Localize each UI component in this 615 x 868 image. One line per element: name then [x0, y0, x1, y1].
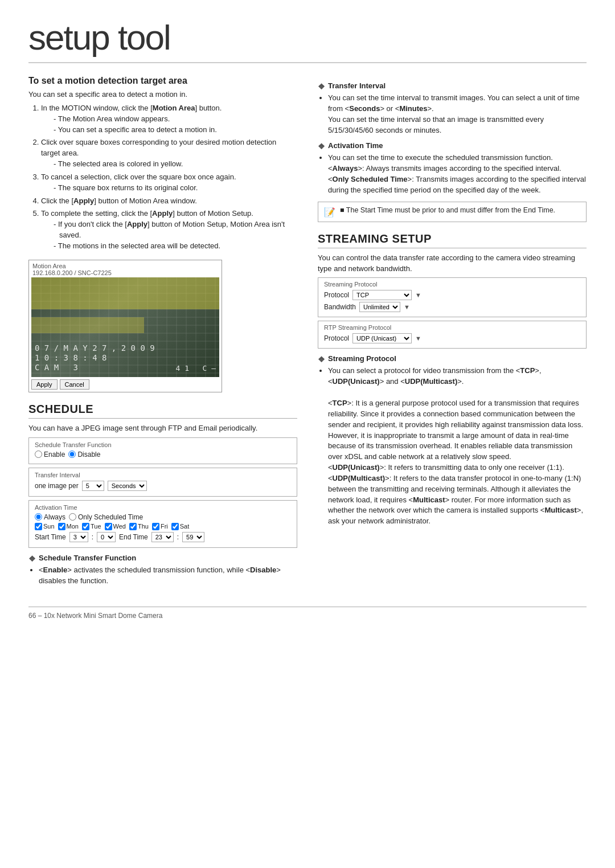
- wed-checkbox[interactable]: [105, 523, 112, 530]
- end-min-select[interactable]: 59: [182, 532, 204, 542]
- bandwidth-select[interactable]: Unlimited: [359, 302, 400, 312]
- streaming-protocol-desc-header: ❖ Streaming Protocol: [318, 354, 587, 364]
- streaming-heading: STREAMING SETUP: [318, 232, 587, 248]
- streaming-protocol-bullets: You can select a protocol for video tran…: [328, 366, 587, 527]
- left-column: To set a motion detection target area Yo…: [28, 76, 297, 589]
- rtp-protocol-row: Protocol UDP (Unicast)TCPUDP (Multicast)…: [324, 333, 580, 343]
- motion-steps-list: In the MOTION window, click the [Motion …: [41, 103, 297, 252]
- thu-checkbox-label[interactable]: Thu: [129, 523, 149, 530]
- start-min-select[interactable]: 0: [97, 532, 116, 542]
- activation-always-row: Always Only Scheduled Time: [35, 513, 291, 521]
- transfer-interval-row: one image per 515304560 SecondsMinutes: [35, 481, 291, 491]
- always-radio[interactable]: [35, 513, 42, 521]
- mon-checkbox[interactable]: [58, 523, 65, 530]
- motion-area-image: 0 7 / M A Y 2 7 , 2 0 0 9 1 0 : 3 8 : 4 …: [31, 277, 219, 377]
- schedule-transfer-function-title: Schedule Transfer Function: [35, 441, 291, 448]
- rtp-dropdown-icon: ▼: [415, 335, 421, 342]
- cancel-button[interactable]: Cancel: [60, 379, 89, 390]
- disable-radio-label[interactable]: Disable: [68, 451, 100, 458]
- transfer-interval-box-title: Transfer Interval: [35, 472, 291, 478]
- rtp-protocol-label: Protocol: [324, 334, 349, 342]
- motion-step-1: In the MOTION window, click the [Motion …: [41, 103, 297, 136]
- transfer-interval-bullets: You can set the time interval to transmi…: [328, 93, 587, 136]
- streaming-protocol-box-title: Streaming Protocol: [324, 281, 580, 288]
- motion-step-2: Click over square boxes corresponding to…: [41, 137, 297, 170]
- tue-checkbox[interactable]: [82, 523, 89, 530]
- activation-time-header: ❖ Activation Time: [318, 141, 587, 151]
- motion-step-3: To cancel a selection, click over the sq…: [41, 172, 297, 194]
- activation-time-box-title: Activation Time: [35, 504, 291, 511]
- motion-area-box: Motion Area 192.168.0.200 / SNC-C7225: [28, 260, 222, 392]
- transfer-interval-header: ❖ Transfer Interval: [318, 81, 587, 91]
- always-radio-label[interactable]: Always: [35, 513, 65, 521]
- streaming-protocol-bullet-1: You can select a protocol for video tran…: [328, 366, 587, 527]
- fri-checkbox-label[interactable]: Fri: [152, 523, 168, 530]
- apply-button[interactable]: Apply: [31, 379, 58, 390]
- time-row: Start Time 3 : 0 End Time 23 : 59: [35, 532, 291, 542]
- sat-checkbox[interactable]: [171, 523, 179, 530]
- schedule-enable-disable-row: Enable Disable: [35, 451, 291, 458]
- mon-checkbox-label[interactable]: Mon: [58, 523, 79, 530]
- transfer-interval-text: one image per: [35, 482, 79, 490]
- motion-intro: You can set a specific area to detect a …: [28, 89, 297, 100]
- transfer-interval-bullet-1: You can set the time interval to transmi…: [328, 93, 587, 136]
- end-time-label: End Time: [119, 533, 148, 541]
- schedule-heading: SCHEDULE: [28, 403, 297, 419]
- wed-checkbox-label[interactable]: Wed: [105, 523, 126, 530]
- schedule-transfer-function-header: ❖ Schedule Transfer Function: [28, 554, 297, 563]
- interval-num-select[interactable]: 515304560: [82, 481, 104, 491]
- note-box: 📝 ■ The Start Time must be prior to and …: [318, 202, 587, 222]
- rtp-protocol-box: RTP Streaming Protocol Protocol UDP (Uni…: [318, 321, 587, 349]
- sun-checkbox[interactable]: [35, 523, 42, 530]
- schedule-transfer-bullets: <Enable> activates the scheduled transmi…: [39, 565, 297, 587]
- schedule-transfer-bullet: <Enable> activates the scheduled transmi…: [39, 565, 297, 587]
- schedule-transfer-function-box: Schedule Transfer Function Enable Disabl…: [28, 437, 297, 464]
- protocol-row: Protocol TCPUDP (Unicast)UDP (Multicast)…: [324, 290, 580, 300]
- start-hour-select[interactable]: 3: [69, 532, 88, 542]
- transfer-interval-box: Transfer Interval one image per 51530456…: [28, 468, 297, 497]
- schedule-intro: You can have a JPEG image sent through F…: [28, 423, 297, 434]
- sun-checkbox-label[interactable]: Sun: [35, 523, 55, 530]
- page-title: setup tool: [28, 17, 587, 63]
- enable-radio[interactable]: [35, 451, 42, 458]
- rtp-protocol-select[interactable]: UDP (Unicast)TCPUDP (Multicast): [352, 333, 412, 343]
- footer: 66 – 10x Network Mini Smart Dome Camera: [28, 607, 587, 620]
- only-scheduled-radio[interactable]: [69, 513, 76, 521]
- thu-checkbox[interactable]: [129, 523, 137, 530]
- sat-checkbox-label[interactable]: Sat: [171, 523, 190, 530]
- fri-checkbox[interactable]: [152, 523, 159, 530]
- bandwidth-label: Bandwidth: [324, 303, 356, 311]
- bandwidth-dropdown-icon: ▼: [404, 304, 410, 310]
- streaming-intro: You can control the data transfer rate a…: [318, 253, 587, 275]
- motion-section-heading: To set a motion detection target area: [28, 76, 297, 86]
- motion-area-buttons: Apply Cancel: [31, 379, 219, 390]
- only-scheduled-radio-label[interactable]: Only Scheduled Time: [69, 513, 143, 521]
- disable-radio[interactable]: [68, 451, 76, 458]
- streaming-protocol-box: Streaming Protocol Protocol TCPUDP (Unic…: [318, 277, 587, 317]
- activation-time-box: Activation Time Always Only Scheduled Ti…: [28, 500, 297, 548]
- protocol-label: Protocol: [324, 291, 349, 299]
- tue-checkbox-label[interactable]: Tue: [82, 523, 101, 530]
- interval-unit-select[interactable]: SecondsMinutes: [108, 481, 147, 491]
- enable-radio-label[interactable]: Enable: [35, 451, 65, 458]
- rtp-protocol-box-title: RTP Streaming Protocol: [324, 324, 580, 331]
- note-icon: 📝: [324, 207, 335, 218]
- end-hour-select[interactable]: 23: [151, 532, 174, 542]
- bandwidth-row: Bandwidth Unlimited ▼: [324, 302, 580, 312]
- protocol-select[interactable]: TCPUDP (Unicast)UDP (Multicast): [352, 290, 412, 300]
- days-row: Sun Mon Tue Wed Thu Fri Sat: [35, 523, 291, 530]
- motion-step-5: To complete the setting, click the [Appl…: [41, 208, 297, 251]
- activation-time-bullet-1: You can set the time to execute the sche…: [328, 153, 587, 195]
- motion-step-4: Click the [Apply] button of Motion Area …: [41, 196, 297, 207]
- note-text: ■ The Start Time must be prior to and mu…: [340, 206, 555, 214]
- motion-area-label: Motion Area 192.168.0.200 / SNC-C7225: [31, 263, 219, 276]
- start-time-label: Start Time: [35, 533, 66, 541]
- right-column: ❖ Transfer Interval You can set the time…: [318, 76, 587, 589]
- protocol-dropdown-icon: ▼: [415, 292, 421, 298]
- activation-time-bullets: You can set the time to execute the sche…: [328, 153, 587, 195]
